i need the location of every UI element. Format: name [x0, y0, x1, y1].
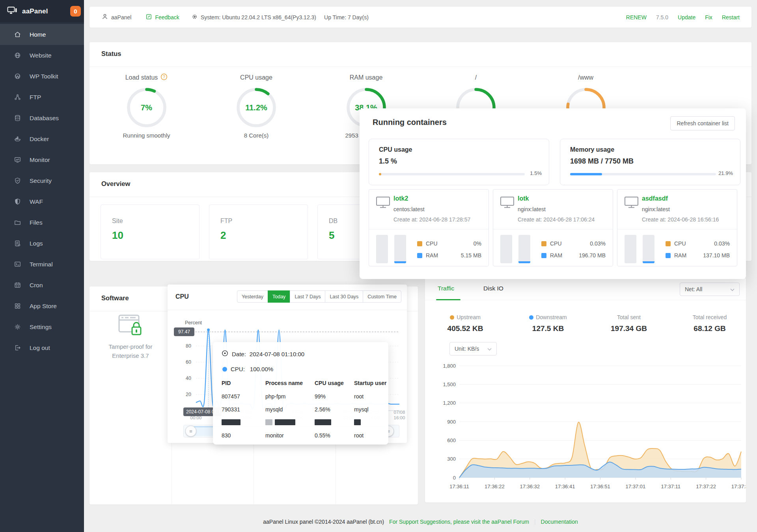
memory-progress-bar — [570, 173, 716, 175]
containers-memory-label: Memory usage — [570, 146, 614, 153]
feedback-link[interactable]: Feedback — [145, 13, 179, 21]
sidebar-item-label: Cron — [30, 282, 43, 289]
ram-legend-icon — [541, 253, 546, 258]
cpu-tab-yesterday[interactable]: Yesterday — [237, 290, 268, 303]
sidebar-item-label: WP Toolkit — [30, 73, 58, 80]
sidebar-item-website[interactable]: Website — [0, 45, 84, 66]
containers-cpu-card: CPU usage 1.5 % 1.5% — [369, 139, 549, 185]
calendar-icon — [13, 281, 21, 289]
process-table-header: PID — [222, 380, 231, 386]
sidebar-item-docker[interactable]: Docker — [0, 128, 84, 149]
container-card-lotk[interactable]: lotknginx:latestCreate at: 2024-06-28 17… — [493, 189, 613, 266]
message-count-badge[interactable]: 0 — [70, 6, 81, 17]
restart-link[interactable]: Restart — [722, 14, 740, 20]
software-item-tamper-proof[interactable]: Tamper-proof for Enterprise 3.7 — [89, 314, 172, 360]
sidebar-item-wp-toolkit[interactable]: WP Toolkit — [0, 66, 84, 87]
sidebar-item-settings[interactable]: Settings — [0, 316, 84, 337]
legend-dot-icon — [450, 315, 454, 320]
legend-dot-icon — [529, 315, 533, 320]
tab-traffic[interactable]: Traffic — [438, 285, 454, 292]
footer-forum-link[interactable]: For Support Suggestions, please visit th… — [389, 519, 529, 525]
overview-card-value: 2 — [220, 229, 226, 242]
stat-value: 405.52 KB — [438, 324, 493, 333]
help-icon[interactable]: ? — [160, 73, 168, 82]
process-table-cell: 0.55% — [315, 432, 330, 439]
svg-text:40: 40 — [186, 376, 191, 381]
wordpress-icon — [13, 73, 21, 80]
cpu-tab-custom-time[interactable]: Custom Time — [363, 290, 401, 303]
active-tab-underline — [436, 299, 461, 300]
uptime: Up Time: 7 Day(s) — [324, 14, 369, 20]
cpu-tab-last-7-days[interactable]: Last 7 Days — [290, 290, 325, 303]
cpu-legend-icon — [666, 241, 671, 246]
svg-text:17:36:41: 17:36:41 — [555, 484, 575, 489]
cpu-legend-icon — [417, 241, 422, 246]
cpu-tab-last-30-days[interactable]: Last 30 Days — [325, 290, 363, 303]
sidebar-item-monitor[interactable]: Monitor — [0, 149, 84, 170]
refresh-container-list-button[interactable]: Refresh container list — [670, 116, 735, 130]
stat-value: 197.34 GB — [597, 324, 660, 333]
unit-select[interactable]: Unit: KB/s — [449, 342, 497, 355]
cpu-range-tabs: YesterdayTodayLast 7 DaysLast 30 DaysCus… — [237, 290, 401, 303]
sidebar-item-logs[interactable]: Logs — [0, 233, 84, 254]
containers-cpu-label: CPU usage — [379, 146, 412, 153]
sidebar-item-security[interactable]: Security — [0, 170, 84, 191]
ram-legend-label: RAM — [674, 252, 686, 259]
footer-docs-link[interactable]: Documentation — [541, 519, 578, 525]
sidebar-item-label: WAF — [30, 198, 43, 205]
terminal-icon — [13, 260, 21, 268]
sidebar-item-files[interactable]: Files — [0, 212, 84, 233]
sidebar-item-ftp[interactable]: FTP — [0, 87, 84, 108]
ram-bar-fill — [643, 261, 654, 263]
sidebar-menu: HomeWebsiteWP ToolkitFTPDatabasesDockerM… — [0, 22, 84, 358]
docker-icon — [13, 135, 21, 143]
renew-link[interactable]: RENEW — [626, 14, 647, 20]
container-name: asdfasdf — [642, 195, 668, 202]
sidebar-item-label: Settings — [30, 324, 52, 331]
ram-bar — [643, 235, 654, 263]
cpu-tab-today[interactable]: Today — [268, 290, 290, 303]
fix-link[interactable]: Fix — [705, 14, 712, 20]
gauge-sub-text: 8 Core(s) — [201, 132, 311, 139]
net-select[interactable]: Net: All — [680, 283, 740, 296]
sidebar-item-log-out[interactable]: Log out — [0, 337, 84, 358]
stat-label: Total received — [674, 314, 745, 320]
sidebar-logo[interactable]: aaPanel 0 — [0, 0, 84, 22]
account-menu[interactable]: aaPanel — [101, 13, 131, 21]
slider-handle-left[interactable]: ≡ — [185, 426, 196, 437]
gauge-value: 7% — [126, 87, 167, 128]
redacted-cell — [222, 419, 241, 425]
container-created-at: Create at: 2024-06-28 16:56:16 — [642, 216, 719, 223]
unit-select-value: Unit: KB/s — [455, 346, 479, 352]
stat-label: Downstream — [520, 314, 576, 320]
stat-downstream: Downstream127.5 KB — [520, 314, 576, 333]
gauge-ring: 11.2% — [236, 87, 277, 128]
ram-bar — [518, 235, 530, 263]
sidebar-item-app-store[interactable]: App Store — [0, 296, 84, 316]
tab-disk-io[interactable]: Disk IO — [483, 285, 503, 292]
container-icon — [500, 196, 515, 210]
system-info[interactable]: System: Ubuntu 22.04.2 LTS x86_64(Py3.12… — [191, 13, 316, 21]
overview-card-ftp[interactable]: FTP2 — [209, 205, 308, 259]
container-card-asdfasdf[interactable]: asdfasdfnginx:latestCreate at: 2024-06-2… — [617, 189, 737, 266]
container-card-lotk2[interactable]: lotk2centos:latestCreate at: 2024-06-28 … — [369, 189, 489, 266]
container-ram-row: RAM5.15 MB — [417, 252, 481, 259]
process-table-header: Process name — [265, 380, 303, 386]
sidebar-item-home[interactable]: Home — [0, 24, 84, 45]
svg-text:17:36:22: 17:36:22 — [485, 484, 505, 489]
overview-card-site[interactable]: Site10 — [101, 205, 200, 259]
sidebar-item-cron[interactable]: Cron — [0, 275, 84, 296]
svg-text:1,800: 1,800 — [443, 363, 456, 369]
divider — [369, 229, 489, 229]
overview-card-value: 5 — [329, 229, 334, 242]
gauge-label: CPU usage — [201, 73, 311, 82]
chevron-down-icon — [730, 286, 735, 292]
svg-text:1,500: 1,500 — [443, 381, 456, 387]
sidebar-item-waf[interactable]: WAF — [0, 191, 84, 212]
svg-text:17:36:32: 17:36:32 — [520, 484, 540, 489]
sidebar-item-databases[interactable]: Databases — [0, 108, 84, 128]
user-icon — [101, 13, 108, 21]
update-link[interactable]: Update — [678, 14, 695, 20]
svg-text:20: 20 — [186, 392, 191, 397]
sidebar-item-terminal[interactable]: Terminal — [0, 254, 84, 275]
